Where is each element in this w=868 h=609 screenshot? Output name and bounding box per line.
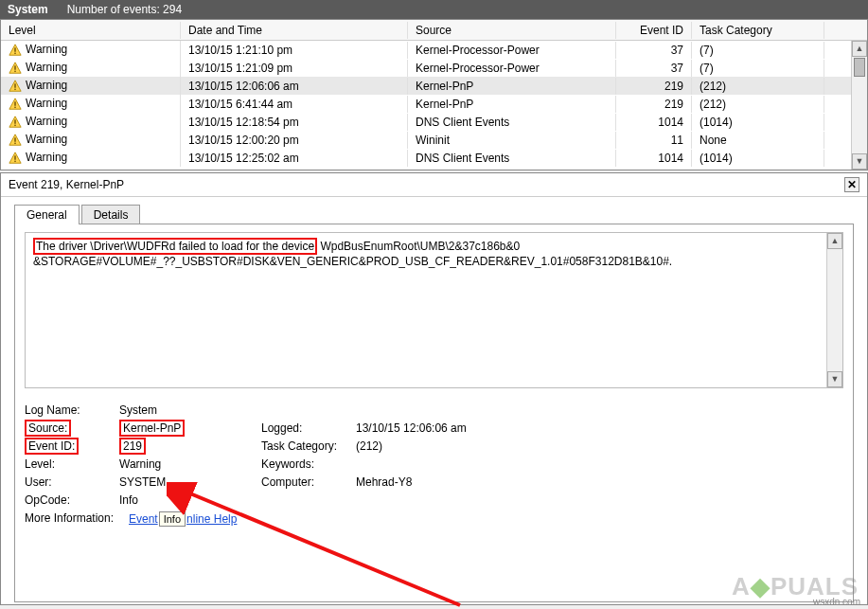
event-log-help-link-rest[interactable]: nline Help — [186, 512, 237, 526]
warning-icon — [9, 62, 22, 75]
cell-level: Warning — [26, 97, 67, 110]
svg-rect-5 — [14, 89, 15, 90]
cell-date: 13/10/15 1:21:10 pm — [181, 42, 408, 59]
warning-icon — [9, 80, 22, 93]
cell-task-category: None — [692, 132, 824, 149]
svg-rect-6 — [14, 101, 15, 105]
svg-rect-2 — [14, 65, 15, 69]
scroll-thumb[interactable] — [854, 58, 865, 77]
computer-value: Mehrad-Y8 — [356, 475, 526, 489]
event-id-value: 219 — [119, 438, 146, 455]
event-description-line2: &STORAGE#VOLUME#_??_USBSTOR#DISK&VEN_GEN… — [33, 255, 672, 268]
warning-icon — [9, 134, 22, 147]
cell-date: 13/10/15 12:18:54 pm — [181, 114, 408, 131]
warning-icon — [9, 152, 22, 165]
cell-level: Warning — [26, 43, 67, 56]
tab-details[interactable]: Details — [81, 205, 141, 224]
svg-rect-12 — [14, 155, 15, 159]
cell-task-category: (1014) — [692, 114, 824, 131]
cell-level: Warning — [26, 151, 67, 164]
close-icon[interactable]: ✕ — [844, 177, 859, 192]
table-row[interactable]: Warning13/10/15 12:06:06 amKernel-PnP219… — [1, 77, 867, 95]
cell-date: 13/10/15 12:25:02 am — [181, 150, 408, 167]
warning-icon — [9, 116, 22, 129]
cell-event-id: 1014 — [616, 114, 692, 131]
svg-rect-4 — [14, 83, 15, 87]
tab-content-general: The driver \Driver\WUDFRd failed to load… — [14, 224, 854, 602]
scroll-down-arrow-icon[interactable]: ▼ — [827, 371, 842, 387]
cell-source: Kernel-Processor-Power — [408, 60, 616, 77]
task-category-value: (212) — [356, 439, 526, 453]
svg-rect-9 — [14, 125, 15, 126]
computer-label: Computer: — [261, 475, 356, 489]
table-row[interactable]: Warning13/10/15 12:00:20 pmWininit11None — [1, 131, 867, 149]
opcode-label: OpCode: — [25, 493, 119, 507]
event-log-help-link[interactable]: Event — [129, 512, 158, 526]
cell-event-id: 11 — [616, 132, 692, 149]
scroll-up-arrow-icon[interactable]: ▲ — [852, 41, 867, 57]
source-credit: wsxdn.com — [813, 597, 860, 607]
keywords-value — [356, 457, 526, 471]
event-id-label: Event ID: — [25, 438, 79, 455]
svg-rect-1 — [14, 53, 15, 54]
scroll-up-arrow-icon[interactable]: ▲ — [827, 233, 842, 249]
svg-rect-7 — [14, 107, 15, 108]
svg-rect-0 — [14, 47, 15, 51]
table-row[interactable]: Warning13/10/15 1:21:10 pmKernel-Process… — [1, 41, 867, 59]
cell-task-category: (7) — [692, 42, 824, 59]
more-info-label: More Information: — [25, 511, 129, 527]
cell-source: Wininit — [408, 132, 616, 149]
log-header: System Number of events: 294 — [0, 0, 868, 19]
level-value: Warning — [119, 457, 261, 471]
cell-date: 13/10/15 12:06:06 am — [181, 78, 408, 95]
svg-rect-8 — [14, 119, 15, 123]
log-name-value: System — [119, 403, 261, 417]
keywords-label: Keywords: — [261, 457, 356, 471]
cell-date: 13/10/15 6:41:44 am — [181, 96, 408, 113]
column-header-source[interactable]: Source — [408, 22, 616, 39]
table-row[interactable]: Warning13/10/15 12:18:54 pmDNS Client Ev… — [1, 113, 867, 131]
cell-date: 13/10/15 1:21:09 pm — [181, 60, 408, 77]
cell-level: Warning — [26, 133, 67, 146]
task-category-label: Task Category: — [261, 439, 356, 453]
event-count: Number of events: 294 — [67, 3, 182, 16]
svg-rect-11 — [14, 143, 15, 144]
event-properties: Log Name: System Source: Kernel-PnP Logg… — [25, 403, 843, 527]
cell-task-category: (212) — [692, 96, 824, 113]
log-name-label: Log Name: — [25, 403, 119, 417]
cell-task-category: (1014) — [692, 150, 824, 167]
info-tooltip: Info — [159, 511, 186, 527]
event-detail-pane: Event 219, Kernel-PnP ✕ General Details … — [0, 172, 868, 605]
column-header-task-category[interactable]: Task Category — [692, 22, 824, 39]
grid-body[interactable]: Warning13/10/15 1:21:10 pmKernel-Process… — [1, 41, 867, 170]
level-label: Level: — [25, 457, 119, 471]
cell-task-category: (7) — [692, 60, 824, 77]
cell-source: Kernel-PnP — [408, 78, 616, 95]
scroll-down-arrow-icon[interactable]: ▼ — [852, 153, 867, 170]
table-row[interactable]: Warning13/10/15 6:41:44 amKernel-PnP219(… — [1, 95, 867, 113]
cell-event-id: 1014 — [616, 150, 692, 167]
logged-value: 13/10/15 12:06:06 am — [356, 421, 526, 435]
event-grid-pane: Level Date and Time Source Event ID Task… — [0, 19, 868, 170]
cell-event-id: 37 — [616, 60, 692, 77]
tab-general[interactable]: General — [14, 205, 80, 224]
source-value: Kernel-PnP — [119, 420, 185, 437]
log-title: System — [8, 3, 48, 16]
grid-scrollbar[interactable]: ▲ ▼ — [851, 41, 867, 170]
description-scrollbar[interactable]: ▲ ▼ — [826, 233, 842, 387]
svg-rect-10 — [14, 137, 15, 141]
cell-date: 13/10/15 12:00:20 pm — [181, 132, 408, 149]
column-header-date[interactable]: Date and Time — [181, 22, 408, 39]
event-description-box: The driver \Driver\WUDFRd failed to load… — [25, 232, 843, 388]
user-label: User: — [25, 475, 119, 489]
cell-event-id: 219 — [616, 78, 692, 95]
table-row[interactable]: Warning13/10/15 1:21:09 pmKernel-Process… — [1, 59, 867, 77]
user-value: SYSTEM — [119, 475, 261, 489]
grid-header-row: Level Date and Time Source Event ID Task… — [1, 20, 867, 41]
cell-source: Kernel-Processor-Power — [408, 42, 616, 59]
detail-header: Event 219, Kernel-PnP ✕ — [1, 173, 867, 197]
table-row[interactable]: Warning13/10/15 12:25:02 amDNS Client Ev… — [1, 149, 867, 167]
column-header-level[interactable]: Level — [1, 22, 181, 39]
logged-label: Logged: — [261, 421, 356, 435]
column-header-event-id[interactable]: Event ID — [616, 22, 692, 39]
